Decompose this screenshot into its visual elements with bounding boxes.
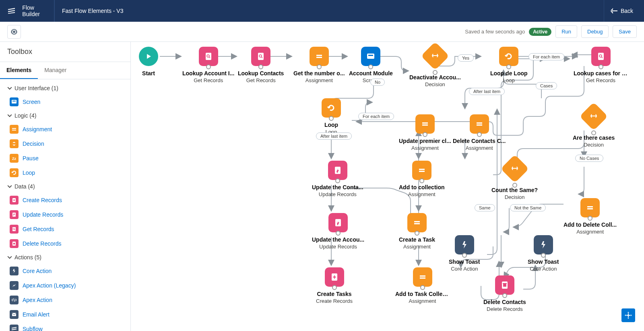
svg-rect-20 xyxy=(598,53,604,60)
section-logic[interactable]: Logic (4) xyxy=(0,109,130,122)
update-records-icon xyxy=(328,161,347,180)
node-add-task-collec[interactable]: Add to Task Collec...Assignment xyxy=(395,267,450,304)
svg-rect-39 xyxy=(503,283,507,284)
node-show-toast-1[interactable]: Show ToastCore Action xyxy=(449,235,480,272)
chevron-down-icon xyxy=(7,86,12,91)
decision-icon xyxy=(500,155,529,183)
node-show-toast-2[interactable]: Show ToastCore Action xyxy=(528,235,559,272)
svg-rect-2 xyxy=(12,128,16,129)
node-create-task[interactable]: Create a TaskAssignment xyxy=(399,213,435,250)
section-data[interactable]: Data (4) xyxy=(0,180,130,193)
el-update-records[interactable]: Update Records xyxy=(0,207,130,222)
node-start[interactable]: Start xyxy=(139,47,158,77)
node-update-account[interactable]: Update the Accou...Update Records xyxy=(312,213,364,250)
node-are-there-cases[interactable]: Are there casesDecision xyxy=(573,106,615,148)
settings-button[interactable] xyxy=(7,25,21,39)
el-subflow[interactable]: Subflow xyxy=(0,322,130,331)
svg-rect-27 xyxy=(419,169,425,170)
toolbox-tabs: Elements Manager xyxy=(0,62,130,79)
node-lookup-contacts[interactable]: Lookup ContactsGet Records xyxy=(238,47,284,83)
svg-rect-24 xyxy=(477,122,482,124)
svg-rect-3 xyxy=(12,130,16,130)
update-records-icon xyxy=(10,210,19,219)
svg-rect-25 xyxy=(477,124,482,126)
el-core-action[interactable]: Core Action xyxy=(0,264,130,278)
assignment-icon xyxy=(415,114,435,134)
svg-rect-10 xyxy=(13,243,15,244)
email-icon xyxy=(10,310,19,319)
svg-rect-12 xyxy=(206,53,211,60)
element-tree: User Interface (1) Screen Logic (4) Assi… xyxy=(0,79,130,331)
node-add-delete-coll[interactable]: Add to Delete Coll...Assignment xyxy=(564,198,617,235)
svg-rect-0 xyxy=(12,100,17,103)
svg-rect-38 xyxy=(503,284,506,287)
get-records-icon xyxy=(591,47,611,66)
el-screen[interactable]: Screen xyxy=(0,95,130,109)
svg-rect-1 xyxy=(12,101,16,101)
node-count-same[interactable]: Count the Same?Decision xyxy=(491,159,538,200)
pan-button[interactable] xyxy=(621,308,635,322)
delete-records-icon xyxy=(10,239,19,248)
label-same: Same xyxy=(475,204,495,211)
node-lookup-cases[interactable]: Lookup cases for t...Get Records xyxy=(574,47,628,83)
loop-icon xyxy=(10,168,19,177)
loop-icon xyxy=(499,47,518,66)
node-add-collection[interactable]: Add to collectionAssignment xyxy=(399,161,445,197)
el-apex[interactable]: Apex Action xyxy=(0,293,130,307)
app-logo: Flow Builder xyxy=(0,0,54,22)
node-lookup-account[interactable]: Lookup Account I...Get Records xyxy=(182,47,234,83)
el-decision[interactable]: Decision xyxy=(0,137,130,151)
assignment-icon xyxy=(580,198,600,217)
svg-rect-36 xyxy=(420,277,425,279)
node-update-contacts[interactable]: Update the Conta...Update Records xyxy=(312,161,363,197)
decision-icon xyxy=(580,102,608,131)
svg-text:Zz: Zz xyxy=(12,157,16,161)
node-delete-contacts-c[interactable]: Delete Contacts C...Assignment xyxy=(453,114,506,151)
section-ui[interactable]: User Interface (1) xyxy=(0,82,130,95)
svg-rect-6 xyxy=(12,213,16,217)
tab-manager[interactable]: Manager xyxy=(38,62,73,79)
core-action-icon xyxy=(455,235,474,254)
section-actions[interactable]: Actions (5) xyxy=(0,251,130,264)
el-pause[interactable]: ZzPause xyxy=(0,151,130,166)
svg-rect-17 xyxy=(316,57,322,58)
el-get-records[interactable]: Get Records xyxy=(0,222,130,236)
create-records-icon xyxy=(10,196,19,205)
node-update-premier[interactable]: Update premier cl...Assignment xyxy=(399,114,451,151)
label-cases: Cases xyxy=(536,82,557,89)
el-delete-records[interactable]: Delete Records xyxy=(0,236,130,251)
svg-rect-11 xyxy=(12,313,16,316)
svg-rect-18 xyxy=(367,54,374,59)
assignment-icon xyxy=(412,161,431,180)
el-loop[interactable]: Loop xyxy=(0,166,130,180)
el-assignment[interactable]: Assignment xyxy=(0,122,130,137)
tab-elements[interactable]: Elements xyxy=(0,62,38,79)
el-create-records[interactable]: Create Records xyxy=(0,193,130,207)
start-icon xyxy=(139,47,158,66)
assignment-icon xyxy=(310,47,329,66)
label-yes: Yes xyxy=(458,54,474,62)
assignment-icon xyxy=(470,114,489,134)
svg-rect-28 xyxy=(419,171,425,172)
node-create-tasks[interactable]: Create TasksCreate Records xyxy=(316,267,353,304)
el-apex-legacy[interactable]: Apex Action (Legacy) xyxy=(0,278,130,293)
node-delete-contacts[interactable]: Delete ContactsDelete Records xyxy=(483,275,526,312)
label-nocases: No Cases xyxy=(575,155,603,162)
el-email[interactable]: Email Alert xyxy=(0,307,130,322)
node-loop-de-loop[interactable]: Loop de LoopLoop xyxy=(490,47,528,83)
node-get-number[interactable]: Get the number o...Assignment xyxy=(293,47,345,83)
apex-legacy-icon xyxy=(10,281,19,290)
run-button[interactable]: Run xyxy=(555,25,577,38)
flow-canvas[interactable]: Start Lookup Account I...Get Records Loo… xyxy=(131,42,644,331)
screen-icon xyxy=(10,97,19,106)
back-button[interactable]: Back xyxy=(604,0,639,22)
node-account-module[interactable]: Account ModuleScreen xyxy=(349,47,393,83)
node-deactivate[interactable]: Deactivate Accou...Decision xyxy=(409,46,461,87)
debug-button[interactable]: Debug xyxy=(581,25,609,38)
save-button[interactable]: Save xyxy=(613,25,637,38)
active-badge: Active xyxy=(529,28,551,36)
core-action-icon xyxy=(10,267,19,275)
node-loop[interactable]: LoopLoop xyxy=(322,98,341,135)
update-records-icon xyxy=(328,213,348,232)
assignment-icon xyxy=(413,267,432,287)
